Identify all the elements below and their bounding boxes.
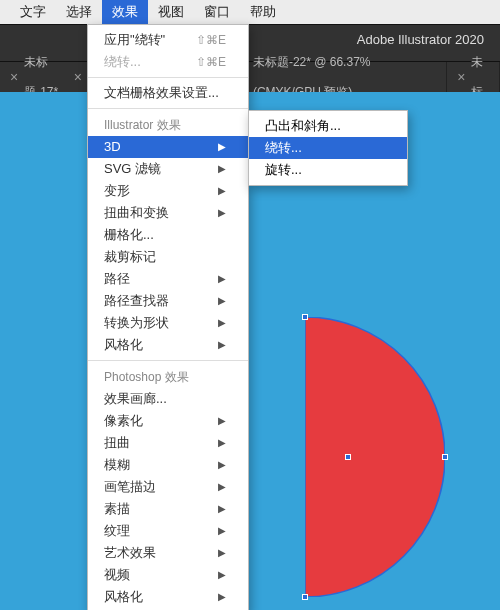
menu-ai-2[interactable]: 变形▶	[88, 180, 248, 202]
section-header-ps: Photoshop 效果	[88, 365, 248, 388]
tab-doc-1[interactable]: × 未标题-17* ×	[0, 62, 93, 92]
chevron-right-icon: ▶	[218, 136, 226, 158]
app-title: Adobe Illustrator 2020	[357, 32, 484, 47]
chevron-right-icon: ▶	[218, 202, 226, 224]
menu-ai-5[interactable]: 裁剪标记	[88, 246, 248, 268]
menu-ps-7[interactable]: 艺术效果▶	[88, 542, 248, 564]
chevron-right-icon: ▶	[218, 334, 226, 356]
submenu-3d-0[interactable]: 凸出和斜角...	[249, 115, 407, 137]
menu-ps-8[interactable]: 视频▶	[88, 564, 248, 586]
chevron-right-icon: ▶	[218, 586, 226, 608]
menu-recent-1: 绕转...⇧⌘E	[88, 51, 248, 73]
menu-ai-1[interactable]: SVG 滤镜▶	[88, 158, 248, 180]
menu-ai-0[interactable]: 3D▶	[88, 136, 248, 158]
anchor-point[interactable]	[302, 314, 308, 320]
chevron-right-icon: ▶	[218, 542, 226, 564]
anchor-point[interactable]	[442, 454, 448, 460]
document-tabs: × 未标题-17* × 未标题-22* @ 66.37% (CMYK/GPU 预…	[0, 62, 500, 92]
menu-窗口[interactable]: 窗口	[194, 0, 240, 24]
chevron-right-icon: ▶	[218, 476, 226, 498]
chevron-right-icon: ▶	[218, 312, 226, 334]
menu-ai-3[interactable]: 扭曲和变换▶	[88, 202, 248, 224]
chevron-right-icon: ▶	[218, 268, 226, 290]
close-icon[interactable]: ×	[74, 62, 82, 92]
chevron-right-icon: ▶	[218, 564, 226, 586]
chevron-right-icon: ▶	[218, 454, 226, 476]
menu-ai-7[interactable]: 路径查找器▶	[88, 290, 248, 312]
chevron-right-icon: ▶	[218, 158, 226, 180]
menu-选择[interactable]: 选择	[56, 0, 102, 24]
menu-ai-9[interactable]: 风格化▶	[88, 334, 248, 356]
chevron-right-icon: ▶	[218, 180, 226, 202]
anchor-point[interactable]	[302, 594, 308, 600]
tab-doc-3[interactable]: × 未标	[447, 62, 500, 92]
section-header-ai: Illustrator 效果	[88, 113, 248, 136]
chevron-right-icon: ▶	[218, 432, 226, 454]
submenu-3d-2[interactable]: 旋转...	[249, 159, 407, 181]
menu-ps-5[interactable]: 素描▶	[88, 498, 248, 520]
effects-menu: 应用"绕转"⇧⌘E绕转...⇧⌘E文档栅格效果设置...Illustrator …	[87, 24, 249, 610]
menu-ai-4[interactable]: 栅格化...	[88, 224, 248, 246]
menu-ps-6[interactable]: 纹理▶	[88, 520, 248, 542]
menu-帮助[interactable]: 帮助	[240, 0, 286, 24]
menu-ps-0[interactable]: 效果画廊...	[88, 388, 248, 410]
tab-doc-2[interactable]: 未标题-22* @ 66.37% (CMYK/GPU 预览)	[243, 62, 447, 92]
menu-ps-3[interactable]: 模糊▶	[88, 454, 248, 476]
chevron-right-icon: ▶	[218, 290, 226, 312]
menu-recent-0[interactable]: 应用"绕转"⇧⌘E	[88, 29, 248, 51]
menu-效果[interactable]: 效果	[102, 0, 148, 24]
menu-ps-1[interactable]: 像素化▶	[88, 410, 248, 432]
chevron-right-icon: ▶	[218, 520, 226, 542]
half-circle-shape[interactable]	[305, 317, 445, 597]
menu-ps-4[interactable]: 画笔描边▶	[88, 476, 248, 498]
menu-doc-grid[interactable]: 文档栅格效果设置...	[88, 82, 248, 104]
close-icon[interactable]: ×	[10, 62, 18, 92]
center-point[interactable]	[345, 454, 351, 460]
menu-视图[interactable]: 视图	[148, 0, 194, 24]
menubar: 文字选择效果视图窗口帮助	[0, 0, 500, 24]
submenu-3d-1[interactable]: 绕转...	[249, 137, 407, 159]
menu-ps-9[interactable]: 风格化▶	[88, 586, 248, 608]
menu-文字[interactable]: 文字	[10, 0, 56, 24]
menu-ai-6[interactable]: 路径▶	[88, 268, 248, 290]
menu-ps-2[interactable]: 扭曲▶	[88, 432, 248, 454]
menu-ai-8[interactable]: 转换为形状▶	[88, 312, 248, 334]
3d-submenu: 凸出和斜角...绕转...旋转...	[248, 110, 408, 186]
chevron-right-icon: ▶	[218, 498, 226, 520]
close-icon[interactable]: ×	[457, 62, 465, 92]
chevron-right-icon: ▶	[218, 410, 226, 432]
